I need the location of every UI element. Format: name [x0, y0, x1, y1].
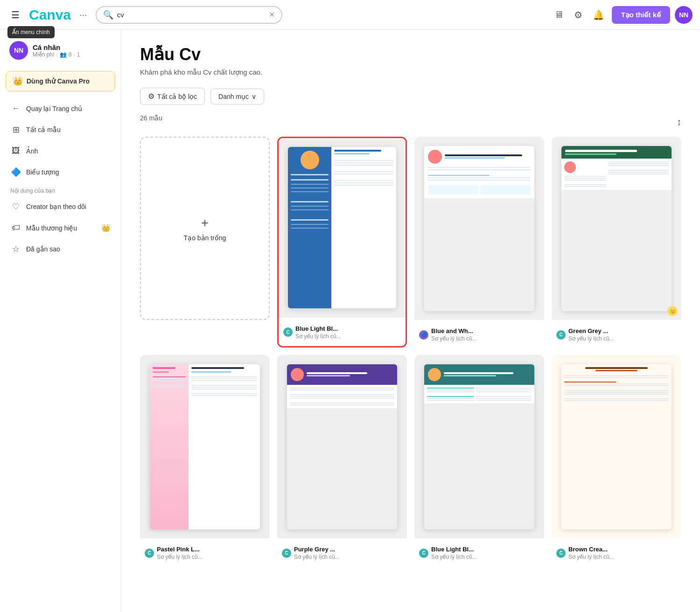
- chevron-down-icon: ∨: [252, 93, 256, 100]
- notification-icon[interactable]: 🔔: [590, 7, 607, 23]
- card-info: C Green Grey ... Sơ yếu lý lịch cũ...: [552, 320, 681, 348]
- user-details: Cá nhân Miễn phí · 👥 8 · 1: [33, 43, 80, 58]
- user-avatar[interactable]: NN: [675, 6, 693, 24]
- create-blank-card[interactable]: + Tạo bản trống: [140, 137, 270, 320]
- card-info: C Purple Grey ... Sơ yếu lý lịch cũ...: [277, 538, 407, 566]
- search-icon: 🔍: [103, 10, 113, 20]
- header: ☰ Ẩn menu chính Canva ··· 🔍 ✕ 🖥 ⚙ 🔔 Tạo …: [0, 0, 700, 30]
- photo-icon: 🖼: [10, 146, 21, 156]
- section-label: Nội dung của bạn: [4, 184, 117, 195]
- search-input[interactable]: [117, 11, 265, 19]
- card-thumbnail: [414, 137, 544, 320]
- page-subtitle: Khám phá kho mẫu Cv chất lượng cao.: [140, 68, 681, 76]
- svg-text:Canva: Canva: [29, 7, 71, 22]
- creator-icon: C: [556, 330, 566, 340]
- card-info: C Blue Light Bl... Sơ yếu lý lịch cũ...: [414, 538, 544, 566]
- count-sort-row: 26 mẫu ↕: [140, 114, 681, 129]
- card-thumbnail: [552, 355, 681, 538]
- sidebar-item-back[interactable]: ← Quay lại Trang chủ: [4, 99, 117, 118]
- card-creator: C Pastel Pink L... Sơ yếu lý lịch cũ...: [145, 546, 265, 560]
- card-title: Purple Grey ...: [294, 546, 340, 553]
- creator-icon: C: [419, 549, 428, 558]
- desktop-icon[interactable]: 🖥: [552, 7, 567, 23]
- card-subtitle: Sơ yếu lý lịch cũ...: [295, 333, 341, 340]
- card-thumbnail: [277, 355, 407, 538]
- creator-icon: C: [556, 549, 566, 558]
- main-content: Mẫu Cv Khám phá kho mẫu Cv chất lượng ca…: [121, 30, 700, 612]
- brand-icon: 🏷: [10, 223, 21, 233]
- card-title: Green Grey ...: [568, 327, 614, 334]
- user-plan: Miễn phí · 👥 8 · 1: [33, 51, 80, 58]
- template-card-pastel-pink[interactable]: C Pastel Pink L... Sơ yếu lý lịch cũ...: [140, 355, 270, 566]
- sidebar-item-starred[interactable]: ☆ Đã gắn sao: [4, 239, 117, 259]
- back-icon: ←: [10, 104, 21, 113]
- card-title: Blue Light Bl...: [295, 325, 341, 332]
- card-info: C Brown Crea... Sơ yếu lý lịch cũ...: [552, 538, 681, 566]
- creator-icon: C: [282, 549, 291, 558]
- create-blank-label: Tạo bản trống: [184, 234, 226, 242]
- sidebar-item-all-templates[interactable]: ⊞ Tất cả mẫu: [4, 120, 117, 139]
- card-title: Blue and Wh...: [431, 327, 477, 334]
- heart-icon: ♡: [10, 202, 21, 212]
- template-card-brown-cream[interactable]: C Brown Crea... Sơ yếu lý lịch cũ...: [552, 355, 681, 566]
- sidebar: NN Cá nhân Miễn phí · 👥 8 · 1 👑 Dùng thử…: [0, 30, 121, 612]
- grid-icon: ⊞: [10, 125, 21, 135]
- template-card-purple-grey[interactable]: C Purple Grey ... Sơ yếu lý lịch cũ...: [277, 355, 407, 566]
- card-thumbnail: [279, 138, 406, 318]
- user-name: Cá nhân: [33, 43, 80, 51]
- canva-pro-button[interactable]: 👑 Dùng thử Canva Pro: [6, 71, 115, 91]
- card-creator: 🔵 Blue and Wh... Sơ yếu lý lịch cũ...: [419, 327, 539, 342]
- card-thumbnail: [414, 355, 544, 538]
- clear-search-button[interactable]: ✕: [269, 10, 275, 19]
- gold-badge: 👑: [101, 223, 111, 232]
- sidebar-item-photos[interactable]: 🖼 Ảnh: [4, 141, 117, 160]
- card-thumbnail: 👑: [552, 137, 681, 320]
- more-options-button[interactable]: ···: [77, 7, 90, 23]
- card-subtitle: Sơ yếu lý lịch cũ...: [431, 554, 477, 560]
- template-grid-row2: C Pastel Pink L... Sơ yếu lý lịch cũ...: [140, 355, 681, 566]
- sidebar-item-brand-templates[interactable]: 🏷 Mẫu thương hiệu 👑: [4, 218, 117, 237]
- all-filters-button[interactable]: ⚙ Tất cả bộ lọc: [140, 88, 205, 105]
- template-card-blue-light-blue[interactable]: C Blue Light Bl... Sơ yếu lý lịch cũ...: [277, 137, 407, 348]
- template-count: 26 mẫu: [140, 114, 162, 122]
- settings-icon[interactable]: ⚙: [571, 7, 585, 23]
- card-creator: C Blue Light Bl... Sơ yếu lý lịch cũ...: [283, 325, 401, 340]
- card-subtitle: Sơ yếu lý lịch cũ...: [157, 554, 203, 560]
- main-layout: NN Cá nhân Miễn phí · 👥 8 · 1 👑 Dùng thử…: [0, 30, 700, 612]
- user-info: NN Cá nhân Miễn phí · 👥 8 · 1: [4, 37, 117, 63]
- canva-logo[interactable]: Canva: [29, 7, 71, 23]
- card-subtitle: Sơ yếu lý lịch cũ...: [431, 335, 477, 342]
- creator-icon: 🔵: [419, 330, 428, 340]
- search-bar: 🔍 ✕: [96, 6, 282, 24]
- sort-button[interactable]: ↕: [677, 117, 681, 127]
- crown-icon: 👑: [13, 76, 23, 86]
- card-subtitle: Sơ yếu lý lịch cũ...: [568, 335, 614, 342]
- card-subtitle: Sơ yếu lý lịch cũ...: [294, 554, 340, 560]
- create-design-button[interactable]: Tạo thiết kế: [612, 6, 670, 24]
- creator-icon: C: [145, 549, 154, 558]
- icon-icon: 🔷: [10, 167, 21, 177]
- filter-icon: ⚙: [148, 92, 154, 101]
- star-icon: ☆: [10, 244, 21, 254]
- sidebar-item-creator-follow[interactable]: ♡ Creator bạn theo dõi: [4, 197, 117, 216]
- template-card-blue-white[interactable]: 🔵 Blue and Wh... Sơ yếu lý lịch cũ...: [414, 137, 544, 348]
- sidebar-user-avatar: NN: [9, 41, 28, 60]
- card-thumbnail: [140, 355, 270, 538]
- page-title: Mẫu Cv: [140, 45, 681, 64]
- category-button[interactable]: Danh mục ∨: [210, 89, 264, 104]
- creator-icon: C: [283, 327, 293, 337]
- template-grid-row1: + Tạo bản trống: [140, 137, 681, 348]
- template-card-green-grey[interactable]: 👑 C Green Grey ... Sơ yếu lý lịch cũ...: [552, 137, 681, 348]
- card-creator: C Green Grey ... Sơ yếu lý lịch cũ...: [556, 327, 677, 342]
- menu-button[interactable]: ☰: [7, 6, 23, 24]
- filter-bar: ⚙ Tất cả bộ lọc Danh mục ∨: [140, 88, 681, 105]
- card-title: Blue Light Bl...: [431, 546, 477, 553]
- card-info: C Blue Light Bl... Sơ yếu lý lịch cũ...: [279, 318, 406, 345]
- card-creator: C Brown Crea... Sơ yếu lý lịch cũ...: [556, 546, 677, 560]
- template-card-dr-teal[interactable]: C Blue Light Bl... Sơ yếu lý lịch cũ...: [414, 355, 544, 566]
- header-right: 🖥 ⚙ 🔔 Tạo thiết kế NN: [552, 6, 693, 24]
- card-title: Pastel Pink L...: [157, 546, 203, 553]
- sidebar-item-icons[interactable]: 🔷 Biểu tượng: [4, 162, 117, 182]
- card-info: 🔵 Blue and Wh... Sơ yếu lý lịch cũ...: [414, 320, 544, 348]
- card-creator: C Purple Grey ... Sơ yếu lý lịch cũ...: [282, 546, 402, 560]
